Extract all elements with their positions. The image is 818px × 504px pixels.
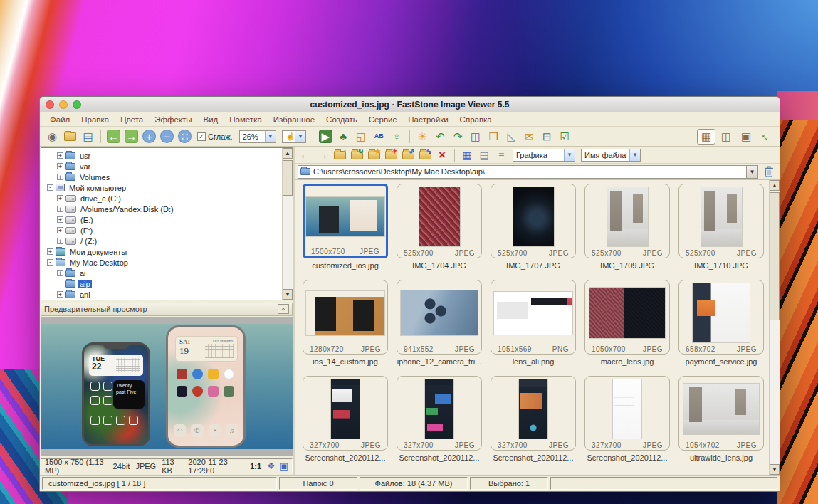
actual-size-button[interactable]: ∷ [178, 130, 192, 143]
tree-item--volumes-yandex-disk-d-[interactable]: +/Volumes/Yandex.Disk (D:) [44, 204, 282, 214]
expand-icon[interactable]: + [57, 227, 63, 233]
tree-item--e-[interactable]: +(E:) [44, 214, 282, 225]
thumbnail[interactable]: 327x700JPEG [491, 376, 576, 451]
file-filter-dropdown-icon[interactable]: ▼ [564, 149, 575, 161]
zoom-out-button[interactable]: − [160, 130, 174, 143]
close-button[interactable] [46, 100, 54, 109]
view-browser-button[interactable]: ▦ [697, 129, 715, 145]
tree-item--f-[interactable]: +(F:) [44, 225, 282, 236]
adjust-lighting-button[interactable]: ☀ [414, 129, 431, 145]
smoothing-checkbox[interactable]: ✓ [197, 132, 206, 141]
expand-icon[interactable]: + [57, 163, 63, 169]
delete-button[interactable]: × [434, 148, 450, 162]
maximize-button[interactable] [73, 100, 81, 109]
sort-order-select[interactable]: Имя файла▼ [581, 149, 641, 162]
crop-board-button[interactable]: ◱ [353, 129, 369, 145]
view-details-button[interactable]: ▤ [476, 148, 492, 162]
hand-tool-select[interactable]: ☝▼ [282, 130, 306, 143]
new-folder-button[interactable]: ✶ [383, 148, 399, 162]
thumbnail-scrollbar-thumb[interactable] [770, 192, 780, 320]
preview-pane[interactable]: TUE 22 Twenty past Five [41, 317, 293, 456]
file-name[interactable]: Screenshot_2020112... [399, 453, 480, 462]
tree-item-ai[interactable]: +ai [44, 268, 282, 278]
settings-check-button[interactable]: ☑ [557, 129, 573, 145]
file-name[interactable]: IMG_1710.JPG [694, 261, 748, 270]
titlebar[interactable]: customized_ios.jpg - FastStone Image Vie… [40, 97, 780, 112]
expand-icon[interactable]: + [57, 152, 63, 159]
tree-item-volumes[interactable]: +Volumes [44, 172, 282, 182]
tree-item-my-mac-desktop[interactable]: -My Mac Desktop [44, 257, 282, 268]
rotate-right-button[interactable]: ↷ [450, 129, 466, 145]
batch-rename-button[interactable]: AB [371, 129, 387, 145]
collapse-icon[interactable]: - [47, 259, 53, 266]
address-field[interactable]: C:\users\crossover\Desktop\My Mac Deskto… [298, 165, 758, 179]
expand-icon[interactable]: + [57, 195, 63, 201]
tree-item-aip[interactable]: +aip [44, 278, 282, 289]
thumbnail[interactable]: 327x700JPEG [584, 376, 670, 451]
screen-capture-button[interactable]: ❐ [486, 129, 502, 145]
thumbnail[interactable]: 327x700JPEG [303, 376, 388, 451]
thumbnail[interactable]: 1051x569PNG [491, 280, 576, 355]
view-fullscreen-button[interactable]: ↔ [757, 129, 775, 145]
file-filter-select[interactable]: Графика▼ [513, 149, 575, 162]
expand-icon[interactable]: + [57, 174, 63, 180]
trash-button[interactable] [761, 164, 777, 179]
tree-scrollbar-thumb[interactable] [283, 160, 293, 196]
scroll-up-icon[interactable]: ▲ [770, 180, 780, 191]
tree-item-drive-c-c-[interactable]: +drive_c (C:) [44, 193, 282, 204]
menu-сервис[interactable]: Сервис [363, 114, 402, 125]
file-name[interactable]: ios_14_custom.jpg [313, 357, 378, 366]
compare-images-button[interactable]: ◫ [468, 129, 484, 145]
tree-item-usr[interactable]: +usr [44, 150, 282, 161]
menu-файл[interactable]: Файл [44, 114, 75, 125]
file-name[interactable]: lens_ali.png [513, 357, 555, 366]
expand-icon[interactable]: + [57, 206, 63, 212]
menu-справка[interactable]: Справка [454, 114, 498, 125]
file-name[interactable]: Screenshot_2020112... [493, 453, 574, 462]
thumbnail[interactable]: 327x700JPEG [397, 376, 482, 451]
copy-to-folder-button[interactable]: ⇗ [400, 148, 416, 162]
expand-icon[interactable]: + [57, 291, 63, 298]
up-folder-button[interactable]: ↑ [332, 148, 347, 162]
hand-tool-dropdown-icon[interactable]: ▼ [295, 131, 305, 142]
favorite-folders-button[interactable]: ★ [366, 148, 382, 162]
back-button[interactable]: ← [298, 148, 313, 162]
acquire-scanner-button[interactable]: ◺ [503, 129, 520, 145]
thumbnail[interactable]: 658x702JPEG [678, 280, 764, 355]
slideshow-button[interactable]: ▶ [319, 130, 332, 143]
file-name[interactable]: ultrawide_lens.jpg [690, 453, 753, 462]
thumbnail[interactable]: 525x700JPEG [584, 184, 670, 258]
scroll-down-icon[interactable]: ▼ [283, 289, 293, 300]
viewer-button[interactable]: ◉ [44, 129, 61, 145]
tree-item-ani[interactable]: +ani [44, 289, 282, 300]
menu-создать[interactable]: Создать [320, 114, 363, 125]
tree-item--z-[interactable]: +/ (Z:) [44, 236, 282, 246]
view-windowed-button[interactable]: ◫ [717, 129, 735, 145]
thumbnail[interactable]: 1280x720JPEG [303, 280, 388, 355]
forward-button[interactable]: → [315, 148, 330, 162]
scroll-down-icon[interactable]: ▼ [770, 464, 780, 475]
tag-flower-icon[interactable]: ❖ [267, 461, 276, 471]
thumbnail[interactable]: 1054x702JPEG [678, 376, 764, 451]
menu-эффекты[interactable]: Эффекты [149, 114, 197, 125]
zoom-in-button[interactable]: + [142, 130, 156, 143]
file-name[interactable]: Screenshot_2020112... [305, 453, 386, 462]
thumbnail[interactable]: 525x700JPEG [397, 184, 482, 258]
thumbnail-scrollbar[interactable]: ▲ ▼ [769, 180, 780, 475]
expand-icon[interactable]: + [57, 238, 63, 244]
menu-вид[interactable]: Вид [197, 114, 224, 125]
set-wallpaper-button[interactable]: ♣ [335, 129, 352, 145]
zoom-level-select[interactable]: 26%▼ [239, 130, 276, 143]
selection-frame-icon[interactable]: ▣ [280, 461, 288, 471]
tag-pin-button[interactable]: ♀ [389, 129, 405, 145]
view-thumbnails-button[interactable]: ▦ [459, 148, 475, 162]
expand-icon[interactable]: + [47, 248, 53, 255]
menu-избранное[interactable]: Избранное [268, 114, 320, 125]
file-name[interactable]: macro_lens.jpg [601, 357, 654, 366]
file-name[interactable]: payment_service.jpg [686, 357, 757, 366]
expand-icon[interactable]: + [57, 216, 63, 223]
address-dropdown-icon[interactable]: ▼ [746, 166, 757, 178]
open-folder-button[interactable] [62, 129, 78, 145]
save-as-button[interactable]: ▤ [80, 129, 96, 145]
file-name[interactable]: iphone_12_camera_tri... [397, 357, 482, 366]
